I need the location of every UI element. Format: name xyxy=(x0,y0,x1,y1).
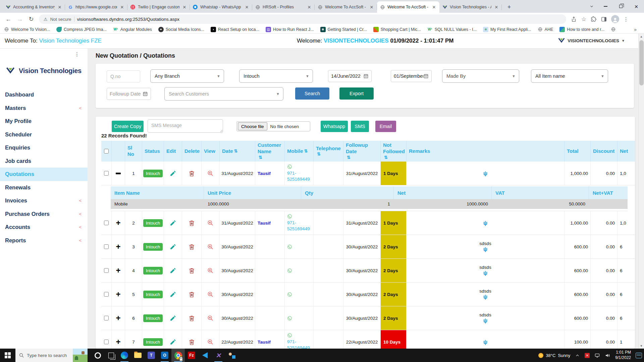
col-telephone[interactable]: Telephone⇅ xyxy=(314,141,343,162)
expand-row-button[interactable]: + xyxy=(116,290,120,298)
from-date-input[interactable]: 14/June/2022 xyxy=(328,70,372,82)
whatsapp-icon[interactable] xyxy=(287,333,292,338)
hand-icon[interactable]: ψ xyxy=(483,221,487,226)
sidebar-item-quotations[interactable]: Quotations xyxy=(0,168,88,181)
delete-icon[interactable] xyxy=(188,291,195,298)
tab-whatsapp[interactable]: Whatstap - WhatsApp Mar ✕ xyxy=(190,1,252,13)
edit-icon[interactable] xyxy=(169,170,176,177)
sort-icon[interactable]: ⇅ xyxy=(384,155,388,160)
view-icon[interactable] xyxy=(207,315,214,322)
hand-icon[interactable]: ψ xyxy=(483,340,487,345)
tab-close-icon[interactable]: ✕ xyxy=(431,5,437,10)
sidebar-item-masters[interactable]: Masters< xyxy=(0,102,88,115)
sidebar-item-invoices[interactable]: Invoices< xyxy=(0,194,88,207)
tab-twilio[interactable]: Twilio | Engage customers ✕ xyxy=(127,1,190,13)
taskbar-opera-icon[interactable] xyxy=(91,349,104,362)
delete-icon[interactable] xyxy=(188,170,195,177)
tab-close-icon[interactable]: ✕ xyxy=(307,5,312,10)
tab-close-icon[interactable]: ✕ xyxy=(244,5,250,10)
taskbar-visual-studio-icon[interactable]: ✕ xyxy=(212,349,225,362)
mobile-cell[interactable]: 971-525169449 xyxy=(285,330,314,349)
sidebar-item-purchase-orders[interactable]: Purchase Orders< xyxy=(0,207,88,221)
search-button[interactable]: Search xyxy=(295,87,329,100)
taskbar-edge-icon[interactable] xyxy=(118,349,131,362)
minimize-button[interactable] xyxy=(598,0,613,13)
edit-icon[interactable] xyxy=(169,267,176,274)
edit-icon[interactable] xyxy=(169,220,176,227)
page-scrollbar[interactable]: ▲ ▼ xyxy=(638,34,644,349)
scroll-up-arrow[interactable]: ▲ xyxy=(639,34,644,39)
delete-icon[interactable] xyxy=(188,220,195,227)
status-select[interactable]: Intouch▼ xyxy=(239,69,313,83)
view-icon[interactable] xyxy=(207,267,214,274)
taskbar-outlook-icon[interactable]: O xyxy=(158,349,171,362)
taskbar-remote-icon[interactable] xyxy=(225,349,238,362)
row-checkbox[interactable] xyxy=(104,244,109,249)
new-tab-button[interactable]: + xyxy=(504,2,514,12)
taskbar-search[interactable]: Type here to search xyxy=(15,349,88,362)
mobile-cell[interactable] xyxy=(285,283,314,306)
customer-name[interactable] xyxy=(255,235,285,258)
select-all-checkbox[interactable] xyxy=(104,149,109,154)
antivirus-tray-icon[interactable]: ✕ xyxy=(585,353,590,358)
row-checkbox[interactable] xyxy=(104,292,109,297)
sort-icon[interactable]: ⇅ xyxy=(259,155,262,160)
row-checkbox[interactable] xyxy=(104,171,109,176)
customer-name[interactable] xyxy=(255,283,285,306)
collapse-row-button[interactable] xyxy=(116,173,121,174)
expand-row-button[interactable]: + xyxy=(116,338,120,346)
delete-icon[interactable] xyxy=(188,267,195,274)
view-icon[interactable] xyxy=(207,291,214,298)
row-checkbox[interactable] xyxy=(104,316,109,320)
sort-icon[interactable]: ⇅ xyxy=(347,155,351,160)
col-date[interactable]: Date⇅ xyxy=(220,141,255,162)
tab-google[interactable]: G https://www.google.com/s ✕ xyxy=(65,1,127,13)
hand-icon[interactable]: ψ xyxy=(483,318,487,323)
back-button[interactable]: ← xyxy=(3,16,14,23)
taskbar-teams-icon[interactable]: T xyxy=(145,349,158,362)
hand-icon[interactable]: ψ xyxy=(483,294,487,300)
chrome-menu-icon[interactable]: ⋮ xyxy=(623,16,629,22)
tab-close-icon[interactable]: ✕ xyxy=(369,5,374,10)
bookmark[interactable]: AHE xyxy=(538,27,553,32)
whatsapp-icon[interactable] xyxy=(287,292,292,297)
tab-close-icon[interactable]: ✕ xyxy=(119,5,125,10)
sidebar-item-job-cards[interactable]: Job cards xyxy=(0,155,88,168)
side-panel-icon[interactable] xyxy=(601,16,607,22)
delete-icon[interactable] xyxy=(188,315,195,322)
whatsapp-icon[interactable] xyxy=(287,214,292,219)
expand-row-button[interactable]: + xyxy=(116,243,120,251)
bookmark[interactable]: Shopping Cart | Mic... xyxy=(373,27,421,32)
col-not-followed[interactable]: Not Followed⇅ xyxy=(381,141,407,162)
tab-close-icon[interactable]: ✕ xyxy=(182,5,187,10)
customer-search-select[interactable]: Search Customers▼ xyxy=(164,87,283,101)
notification-center-icon[interactable] xyxy=(636,353,642,358)
sidebar-item-enquiries[interactable]: Enquiries xyxy=(0,141,88,155)
sidebar-toggle-icon[interactable]: ⋮ xyxy=(74,51,79,57)
account-menu[interactable]: VISIONTECHNOLOGIES ▼ xyxy=(558,37,625,44)
sort-icon[interactable]: ⇅ xyxy=(317,152,321,157)
bookmark[interactable]: ⚭Social Media Icons... xyxy=(158,27,204,32)
row-checkbox[interactable] xyxy=(104,221,109,225)
sidebar-item-dashboard[interactable]: Dashboard xyxy=(0,88,88,102)
bookmarks-overflow-icon[interactable]: » xyxy=(634,27,640,32)
profile-avatar[interactable] xyxy=(611,15,619,23)
tab-search-chevron[interactable] xyxy=(586,0,598,13)
tab-close-icon[interactable]: ✕ xyxy=(494,5,499,10)
edit-icon[interactable] xyxy=(169,315,176,322)
customer-name[interactable]: Tausif xyxy=(255,330,285,349)
bookmark-globe-only[interactable] xyxy=(611,27,616,32)
made-by-select[interactable]: Made By▼ xyxy=(442,69,519,83)
customer-name[interactable] xyxy=(255,259,285,282)
choose-file-button[interactable]: Choose file xyxy=(238,122,267,130)
export-button[interactable]: Export xyxy=(339,87,374,100)
taskbar-filezilla-icon[interactable]: Fz xyxy=(185,349,198,362)
weather-widget[interactable]: 38°C Sunny xyxy=(538,353,570,358)
taskbar-file-explorer-icon[interactable] xyxy=(131,349,145,362)
sort-icon[interactable]: ⇅ xyxy=(304,148,308,154)
bookmark[interactable]: ◖React Setup on loca... xyxy=(211,27,259,32)
sidebar-item-accounts[interactable]: Accounts< xyxy=(0,221,88,234)
bookmark[interactable]: How to store and r... xyxy=(559,27,604,32)
tab-accsoft-active[interactable]: Welcome To AccSoft - Acco ✕ xyxy=(377,1,439,13)
expand-row-button[interactable]: + xyxy=(116,314,120,322)
